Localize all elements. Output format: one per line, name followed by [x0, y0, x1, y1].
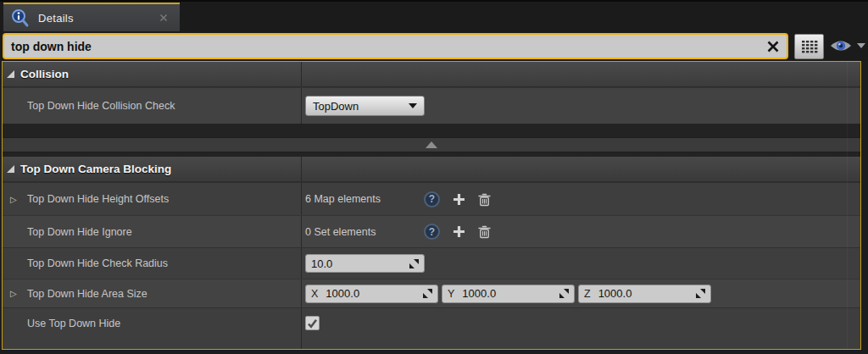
tab-close-icon[interactable] [159, 10, 168, 25]
scrollbar-track[interactable] [847, 62, 848, 349]
delete-all-elements-icon[interactable] [478, 224, 491, 239]
container-summary: 0 Set elements [305, 226, 424, 238]
axis-y-label: Y [448, 288, 454, 300]
category-title: Collision [20, 68, 69, 80]
category-camera-blocking[interactable]: Top Down Camera Blocking [3, 157, 860, 182]
view-options-eye-icon [829, 38, 853, 53]
delete-all-elements-icon[interactable] [478, 192, 491, 207]
row-check-radius: Top Down Hide Check Radius 10.0 [3, 247, 860, 279]
drag-spinner-icon[interactable] [409, 259, 419, 268]
add-element-icon[interactable] [453, 225, 465, 238]
axis-x-label: X [311, 288, 318, 300]
area-size-y-input[interactable]: Y 1000.0 [442, 285, 575, 303]
property-label: Use Top Down Hide [27, 318, 120, 329]
details-panel: Collision Top Down Hide Collision Check … [2, 61, 861, 350]
row-use-top-down-hide: Use Top Down Hide [3, 307, 860, 338]
check-radius-input[interactable]: 10.0 [305, 254, 425, 273]
dropdown-selected-value: TopDown [313, 100, 409, 113]
checkmark-icon [307, 318, 318, 329]
axis-z-label: Z [584, 288, 591, 300]
column-splitter[interactable] [301, 62, 302, 86]
use-top-down-hide-checkbox[interactable] [305, 316, 320, 330]
row-area-size: ▷ Top Down Hide Area Size X 1000.0 Y 100… [3, 279, 860, 307]
row-collision-check: Top Down Hide Collision Check TopDown [3, 87, 860, 124]
chevron-down-icon [409, 103, 417, 108]
add-element-icon[interactable] [453, 193, 465, 206]
row-height-offsets: ▷ Top Down Hide Height Offsets 6 Map ele… [3, 182, 860, 215]
area-size-y-value: 1000.0 [462, 287, 559, 300]
check-radius-value: 10.0 [311, 257, 409, 270]
view-options-button[interactable] [829, 38, 865, 53]
area-size-z-value: 1000.0 [598, 287, 696, 300]
property-label: Top Down Hide Ignore [27, 226, 132, 238]
collapse-separator[interactable] [3, 137, 860, 152]
clear-search-icon[interactable] [766, 40, 780, 53]
tab-bar: Details [0, 2, 868, 31]
view-options-caret-icon [857, 43, 865, 48]
property-matrix-grid-icon [801, 40, 818, 54]
area-size-x-input[interactable]: X 1000.0 [305, 285, 438, 303]
property-label: Top Down Hide Height Offsets [27, 193, 169, 205]
container-summary: 6 Map elements [305, 193, 424, 205]
drag-spinner-icon[interactable] [696, 289, 705, 298]
area-size-x-value: 1000.0 [326, 287, 423, 300]
category-expanded-icon [7, 165, 14, 173]
question-mark-icon[interactable]: ? [424, 224, 440, 240]
empty-row-filler [3, 338, 860, 349]
drag-spinner-icon[interactable] [423, 289, 432, 298]
property-matrix-button[interactable] [794, 34, 824, 59]
expand-arrow-icon[interactable]: ▷ [10, 289, 17, 298]
question-mark-icon[interactable]: ? [424, 191, 440, 207]
category-expanded-icon [7, 70, 14, 78]
category-title: Top Down Camera Blocking [20, 163, 171, 175]
search-toolbar: top down hide [0, 31, 868, 61]
property-label: Top Down Hide Check Radius [27, 257, 168, 269]
details-info-magnifier-icon [10, 8, 31, 28]
tab-title: Details [38, 12, 74, 25]
search-input-value[interactable]: top down hide [11, 40, 766, 53]
vector-input-group: X 1000.0 Y 1000.0 Z 1000.0 [305, 285, 711, 303]
area-size-z-input[interactable]: Z 1000.0 [578, 285, 711, 303]
property-label: Top Down Hide Area Size [27, 288, 147, 300]
column-splitter[interactable] [301, 157, 302, 181]
expand-arrow-icon[interactable]: ▷ [10, 195, 17, 204]
category-collision[interactable]: Collision [3, 62, 860, 87]
tab-details[interactable]: Details [3, 3, 180, 31]
row-ignore: Top Down Hide Ignore 0 Set elements ? [3, 215, 860, 247]
property-label: Top Down Hide Collision Check [27, 100, 175, 112]
collision-check-dropdown[interactable]: TopDown [305, 96, 425, 116]
section-gap [3, 124, 860, 137]
drag-spinner-icon[interactable] [559, 289, 569, 298]
search-input[interactable]: top down hide [3, 33, 788, 59]
chevron-up-icon [426, 141, 437, 148]
